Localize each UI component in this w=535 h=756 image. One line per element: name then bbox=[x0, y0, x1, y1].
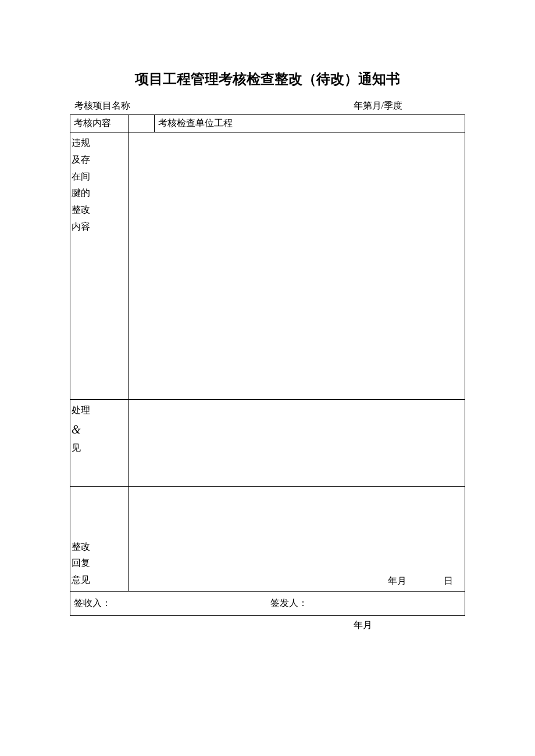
violation-content bbox=[129, 132, 465, 400]
sign-issuer-label: 签发人： bbox=[265, 597, 461, 610]
footer-date: 年月 bbox=[70, 616, 465, 632]
reply-date: 年月 日 bbox=[388, 575, 453, 587]
examine-unit-value bbox=[440, 115, 465, 132]
opinion-label-line3: 见 bbox=[72, 440, 127, 457]
examine-row: 考核内容 考核检查单位工程 bbox=[70, 115, 465, 132]
opinion-content bbox=[129, 400, 465, 487]
examine-content-value bbox=[129, 115, 155, 132]
violation-label: 违规 及存 在间 腱的 整改 内容 bbox=[70, 132, 129, 400]
violation-label-line1: 违规 bbox=[72, 135, 127, 152]
reply-label-line1: 整改 bbox=[72, 539, 127, 556]
violation-row: 违规 及存 在间 腱的 整改 内容 bbox=[70, 132, 465, 400]
sign-row: 签收入： 签发人： bbox=[70, 592, 465, 616]
violation-label-line6: 内容 bbox=[72, 218, 127, 235]
reply-label-line2: 回复 bbox=[72, 555, 127, 572]
opinion-label: 处理 & 见 bbox=[70, 400, 129, 487]
header-row: 考核项目名称 年第月/季度 bbox=[70, 100, 465, 114]
reply-content: 年月 日 bbox=[129, 487, 465, 592]
reply-label-line3: 意见 bbox=[72, 572, 127, 589]
examine-unit-label: 考核检查单位工程 bbox=[155, 115, 440, 132]
opinion-label-line2: & bbox=[72, 419, 127, 440]
form-table: 考核内容 考核检查单位工程 违规 及存 在间 腱的 整改 内容 处理 & 见 bbox=[70, 114, 465, 616]
violation-label-line5: 整改 bbox=[72, 202, 127, 218]
violation-label-line3: 在间 bbox=[72, 169, 127, 185]
reply-date-d: 日 bbox=[444, 576, 453, 586]
period-label: 年第月/季度 bbox=[130, 100, 461, 112]
examine-content-label: 考核内容 bbox=[70, 115, 129, 132]
reply-date-ym: 年月 bbox=[388, 576, 406, 586]
document-title: 项目工程管理考核检查整改（待改）通知书 bbox=[70, 70, 465, 88]
violation-label-line4: 腱的 bbox=[72, 185, 127, 202]
violation-label-line2: 及存 bbox=[72, 152, 127, 169]
reply-row: 整改 回复 意见 年月 日 bbox=[70, 487, 465, 592]
opinion-label-line1: 处理 bbox=[72, 402, 127, 419]
sign-receiver-label: 签收入： bbox=[74, 597, 265, 610]
reply-label: 整改 回复 意见 bbox=[70, 487, 129, 592]
project-name-label: 考核项目名称 bbox=[74, 100, 130, 112]
opinion-row: 处理 & 见 bbox=[70, 400, 465, 487]
